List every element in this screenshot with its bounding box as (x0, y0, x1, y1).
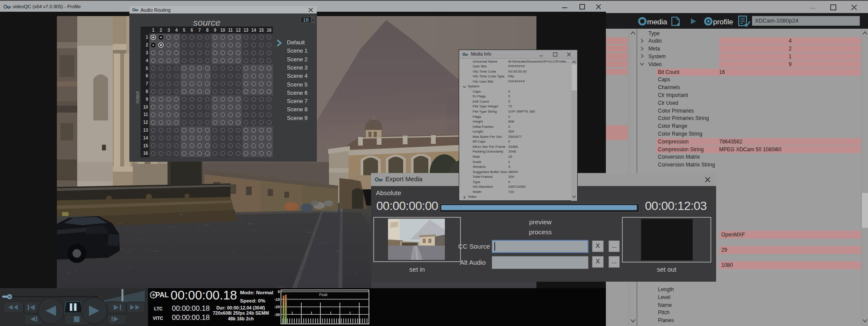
svg-text:11: 11 (228, 28, 233, 33)
svg-text:10: 10 (143, 105, 148, 110)
svg-text:6: 6 (191, 28, 193, 33)
svg-text:-10: -10 (274, 297, 280, 302)
svg-text:10: 10 (220, 28, 226, 33)
svg-text:9: 9 (214, 28, 217, 33)
svg-text:2: 2 (146, 43, 148, 47)
svg-text:15: 15 (143, 143, 148, 148)
svg-text:media: media (647, 18, 667, 26)
svg-text:2: 2 (160, 28, 162, 33)
svg-text:14: 14 (143, 136, 148, 140)
svg-text:6: 6 (146, 73, 148, 78)
svg-text:4: 4 (175, 28, 178, 33)
svg-text:12: 12 (236, 28, 241, 33)
svg-text:14: 14 (251, 28, 256, 33)
svg-text:1: 1 (146, 35, 148, 40)
svg-text:-20: -20 (274, 305, 280, 309)
svg-text:12: 12 (143, 120, 148, 125)
svg-text:7: 7 (146, 81, 148, 86)
svg-text:8: 8 (146, 89, 148, 94)
svg-text:Peak: Peak (319, 293, 328, 297)
svg-text:-30: -30 (274, 313, 280, 317)
svg-text:output: output (135, 91, 140, 103)
svg-text:3: 3 (146, 50, 148, 55)
svg-text:11: 11 (144, 112, 148, 117)
svg-text:9: 9 (146, 97, 148, 102)
svg-text:16: 16 (267, 28, 272, 33)
svg-text:8: 8 (206, 28, 209, 33)
svg-text:1: 1 (152, 28, 155, 33)
svg-text:13: 13 (143, 128, 148, 133)
svg-text:5: 5 (183, 28, 186, 33)
svg-text:16: 16 (143, 151, 148, 156)
svg-text:profile: profile (713, 18, 733, 26)
svg-text:7: 7 (198, 28, 201, 33)
svg-text:13: 13 (243, 28, 249, 33)
svg-text:15: 15 (259, 28, 264, 33)
svg-text:4: 4 (146, 58, 148, 63)
svg-text:0: 0 (278, 289, 280, 294)
svg-text:5: 5 (146, 66, 148, 71)
svg-text:3: 3 (168, 28, 170, 33)
